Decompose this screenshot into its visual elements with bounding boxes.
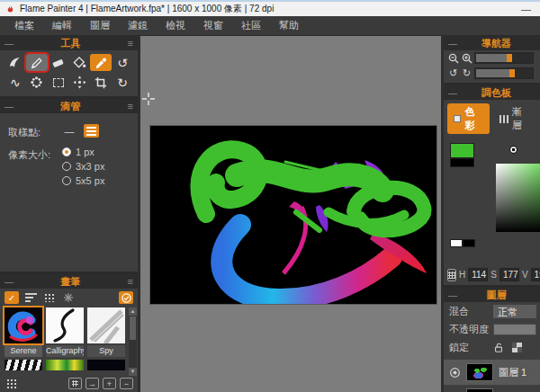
scroll-down-icon[interactable]: ▼ bbox=[129, 368, 137, 376]
color-picker-area bbox=[444, 137, 540, 265]
brush-export-button[interactable]: → bbox=[86, 378, 99, 389]
clock-check-icon bbox=[122, 293, 131, 303]
crop-tool[interactable] bbox=[90, 74, 112, 91]
transform-tool[interactable] bbox=[69, 74, 91, 91]
collapse-icon[interactable]: — bbox=[448, 39, 457, 49]
palette-tabs: 色彩 漸層 bbox=[444, 100, 540, 137]
brush-recent-button[interactable] bbox=[119, 291, 133, 304]
brush-row-partial bbox=[4, 360, 127, 370]
minimize-button[interactable]: — bbox=[518, 4, 535, 14]
layers-panel-title: 圖層 bbox=[457, 289, 536, 302]
zoom-slider-handle[interactable] bbox=[507, 54, 512, 62]
menu-view[interactable]: 檢視 bbox=[157, 16, 194, 35]
brush-scrollbar[interactable]: ▲ ▼ bbox=[129, 307, 137, 376]
lock-transparency-icon[interactable] bbox=[512, 343, 522, 352]
collapse-icon[interactable]: — bbox=[448, 290, 457, 300]
brush-item-partial-1[interactable] bbox=[4, 360, 42, 370]
brush-item-partial-3[interactable] bbox=[87, 360, 125, 370]
pixel-size-3x3-radio[interactable]: 3x3 px bbox=[62, 161, 104, 172]
menu-edit[interactable]: 編輯 bbox=[43, 16, 81, 35]
smooth-stroke-tool[interactable]: ∿ bbox=[4, 74, 26, 91]
collapse-icon[interactable]: — bbox=[4, 102, 14, 111]
secondary-color-swatch[interactable] bbox=[450, 158, 474, 167]
brush-list: Serene Calligraphy bbox=[0, 306, 138, 376]
blend-mode-select[interactable]: 正常 bbox=[493, 305, 536, 318]
brush-list-view-button[interactable] bbox=[23, 291, 38, 304]
sample-layers-button[interactable] bbox=[84, 124, 99, 138]
tab-gradient[interactable]: 漸層 bbox=[493, 103, 536, 134]
layer-row-1[interactable]: 圖層 1 bbox=[444, 360, 540, 385]
black-swatch[interactable] bbox=[463, 239, 475, 247]
collapse-icon[interactable]: — bbox=[4, 39, 14, 49]
menu-community[interactable]: 社區 bbox=[232, 16, 270, 35]
pixel-size-5x5-radio[interactable]: 5x5 px bbox=[62, 175, 104, 186]
panel-menu-icon[interactable]: ≡ bbox=[128, 101, 133, 111]
pencil-icon bbox=[31, 57, 43, 69]
palette-panel: — 調色板 色彩 漸層 bbox=[444, 85, 540, 285]
brush-item-partial-2[interactable] bbox=[46, 360, 84, 370]
zoom-in-icon[interactable] bbox=[461, 52, 472, 64]
artwork-canvas[interactable] bbox=[150, 126, 436, 304]
visibility-eye-icon[interactable] bbox=[449, 367, 461, 379]
undo-button[interactable]: ↺ bbox=[112, 54, 133, 71]
brush-thumbnail bbox=[4, 307, 42, 343]
scroll-thumb[interactable] bbox=[130, 316, 136, 340]
menu-filter[interactable]: 濾鏡 bbox=[119, 16, 157, 35]
pixel-size-1px-radio[interactable]: 1 px bbox=[62, 147, 104, 157]
menu-layer[interactable]: 圖層 bbox=[81, 16, 119, 35]
layer-list: 圖層 1 背景 bbox=[444, 360, 540, 392]
tools-panel-title: 工具 bbox=[14, 37, 128, 50]
brush-size-grid-button[interactable] bbox=[4, 378, 18, 389]
layer-thumbnail bbox=[466, 363, 493, 381]
collapse-icon[interactable]: — bbox=[4, 277, 14, 287]
menu-window[interactable]: 視窗 bbox=[194, 16, 232, 35]
rect-select-tool[interactable] bbox=[48, 74, 69, 91]
brush-thumb-size-button[interactable] bbox=[68, 378, 82, 389]
hue-value[interactable]: 114 bbox=[468, 268, 488, 281]
numeric-input-toggle-button[interactable] bbox=[447, 269, 456, 281]
zoom-out-icon[interactable] bbox=[447, 52, 459, 64]
panel-menu-icon[interactable]: ≡ bbox=[128, 38, 133, 49]
brush-item-calligraphy[interactable]: Calligraphy bbox=[46, 307, 84, 357]
foreground-color-swatch[interactable] bbox=[450, 143, 474, 158]
redo-button[interactable]: ↻ bbox=[112, 74, 133, 91]
panel-menu-icon[interactable]: ≡ bbox=[128, 276, 133, 287]
canvas-viewport[interactable] bbox=[138, 36, 441, 392]
collapse-icon[interactable]: — bbox=[448, 88, 457, 98]
brush-add-button[interactable]: + bbox=[103, 378, 116, 389]
radio-dot-icon bbox=[62, 147, 71, 156]
brush-item-serene[interactable]: Serene bbox=[4, 307, 42, 357]
layer-row-background[interactable]: 背景 bbox=[444, 385, 540, 392]
rotate-cw-icon[interactable]: ↻ bbox=[461, 67, 472, 79]
menu-file[interactable]: 檔案 bbox=[5, 16, 43, 35]
opacity-slider[interactable] bbox=[493, 324, 536, 335]
rotate-slider-handle[interactable] bbox=[509, 69, 515, 77]
eraser-tool[interactable] bbox=[48, 54, 69, 71]
flame-brush-tool[interactable] bbox=[4, 54, 26, 71]
rotate-slider[interactable] bbox=[474, 67, 534, 79]
rotate-ccw-icon[interactable]: ↺ bbox=[447, 67, 459, 79]
brush-grid-view-button[interactable] bbox=[42, 291, 57, 304]
pencil-tool[interactable] bbox=[26, 54, 48, 71]
palette-panel-title: 調色板 bbox=[457, 86, 536, 100]
sv-indicator[interactable] bbox=[509, 146, 518, 154]
brushes-panel-title: 畫筆 bbox=[14, 275, 128, 289]
eyedropper-tool[interactable] bbox=[90, 54, 112, 71]
fill-tool[interactable] bbox=[69, 54, 91, 71]
zoom-slider[interactable] bbox=[474, 52, 534, 64]
sample-single-button[interactable]: — bbox=[62, 124, 76, 138]
particle-tool[interactable] bbox=[26, 74, 48, 91]
menu-help[interactable]: 幫助 bbox=[270, 16, 308, 35]
lock-icon[interactable] bbox=[493, 342, 504, 353]
paint-bucket-icon bbox=[73, 56, 86, 69]
brush-item-spy[interactable]: Spy bbox=[87, 307, 125, 357]
value-value[interactable]: 197 bbox=[531, 268, 540, 281]
brush-particle-filter-button[interactable] bbox=[61, 291, 76, 304]
brush-remove-button[interactable]: − bbox=[120, 378, 133, 389]
saturation-value-square[interactable] bbox=[496, 164, 540, 232]
scroll-up-icon[interactable]: ▲ bbox=[129, 307, 137, 316]
white-swatch[interactable] bbox=[450, 239, 463, 247]
tab-color[interactable]: 色彩 bbox=[447, 103, 490, 134]
saturation-value[interactable]: 177 bbox=[500, 268, 519, 281]
brush-filter-check-button[interactable]: ✓ bbox=[4, 291, 19, 304]
